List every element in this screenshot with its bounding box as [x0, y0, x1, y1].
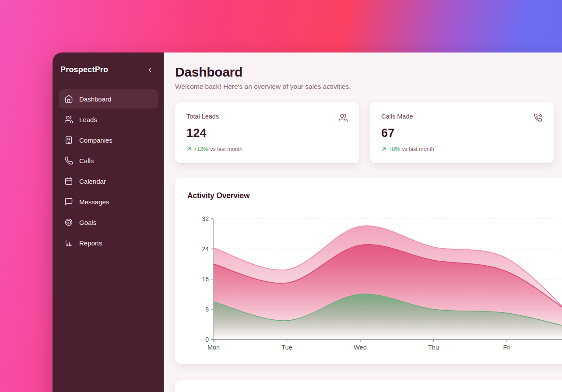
bottom-card [175, 380, 562, 392]
svg-text:Thu: Thu [428, 344, 439, 351]
stats-row: Total Leads124+12%vs last monthCalls Mad… [175, 102, 562, 163]
svg-text:Fri: Fri [503, 344, 511, 351]
activity-overview-card: Activity Overview 08162432MonTueWedThuFr… [175, 178, 562, 364]
sidebar-item-companies[interactable]: Companies [59, 130, 158, 150]
sidebar-item-label: Calendar [79, 178, 106, 185]
building-icon [64, 136, 73, 144]
sidebar-item-reports[interactable]: Reports [59, 233, 158, 252]
page-subtitle: Welcome back! Here's an overview of your… [175, 83, 562, 91]
phone-call-icon [533, 113, 543, 122]
sidebar-item-goals[interactable]: Goals [59, 213, 158, 232]
svg-text:8: 8 [205, 306, 209, 313]
home-icon [64, 94, 73, 103]
svg-text:Mon: Mon [207, 344, 220, 351]
svg-text:16: 16 [202, 276, 209, 283]
sidebar-item-label: Leads [79, 116, 97, 123]
sidebar-header: ProspectPro [59, 64, 158, 75]
svg-text:32: 32 [202, 215, 209, 222]
sidebar: ProspectPro DashboardLeadsCompaniesCalls… [53, 52, 164, 392]
sidebar-item-label: Messages [79, 198, 109, 206]
sidebar-nav: DashboardLeadsCompaniesCallsCalendarMess… [59, 89, 158, 252]
sidebar-item-label: Reports [79, 239, 102, 247]
users-icon [338, 113, 348, 122]
trend-up-icon [381, 147, 386, 152]
svg-text:0: 0 [205, 336, 209, 343]
calendar-icon [64, 177, 73, 186]
sidebar-item-messages[interactable]: Messages [59, 192, 158, 211]
app-window: ProspectPro DashboardLeadsCompaniesCalls… [53, 52, 562, 392]
stat-card: Total Leads124+12%vs last month [175, 102, 359, 163]
svg-text:24: 24 [202, 245, 209, 252]
svg-text:Wed: Wed [354, 344, 367, 351]
bar-chart-icon [64, 238, 73, 247]
trend-up-icon [186, 147, 192, 152]
trend-suffix: vs last month [210, 146, 242, 152]
trend-suffix: vs last month [402, 146, 434, 152]
sidebar-collapse-button[interactable] [145, 65, 155, 74]
trend-change: +12% [194, 146, 208, 152]
sidebar-item-label: Dashboard [79, 95, 111, 103]
stat-trend: +12%vs last month [186, 146, 348, 152]
message-icon [64, 197, 73, 206]
stat-trend: +8%vs last month [381, 146, 543, 152]
activity-chart: 08162432MonTueWedThuFri [175, 178, 562, 364]
users-icon [64, 115, 73, 124]
sidebar-item-calls[interactable]: Calls [59, 151, 158, 170]
chevron-left-icon [146, 66, 154, 74]
target-icon [64, 218, 73, 227]
stat-label: Calls Made [381, 113, 413, 120]
app-logo: ProspectPro [60, 65, 108, 74]
stat-value: 124 [186, 126, 348, 140]
sidebar-item-label: Calls [79, 157, 94, 164]
stat-card: Calls Made67+8%vs last month [370, 102, 554, 163]
sidebar-item-leads[interactable]: Leads [59, 110, 158, 129]
stat-value: 67 [381, 126, 543, 140]
stat-label: Total Leads [186, 113, 219, 120]
gradient-background: ProspectPro DashboardLeadsCompaniesCalls… [0, 0, 562, 392]
phone-icon [64, 156, 73, 165]
main-content: Dashboard Welcome back! Here's an overvi… [164, 52, 562, 392]
sidebar-item-calendar[interactable]: Calendar [59, 172, 158, 191]
sidebar-item-label: Companies [79, 136, 112, 144]
svg-text:Tue: Tue [281, 344, 292, 351]
page-title: Dashboard [175, 65, 562, 80]
trend-change: +8% [389, 146, 400, 152]
sidebar-item-label: Goals [79, 219, 96, 226]
sidebar-item-dashboard[interactable]: Dashboard [59, 89, 158, 108]
